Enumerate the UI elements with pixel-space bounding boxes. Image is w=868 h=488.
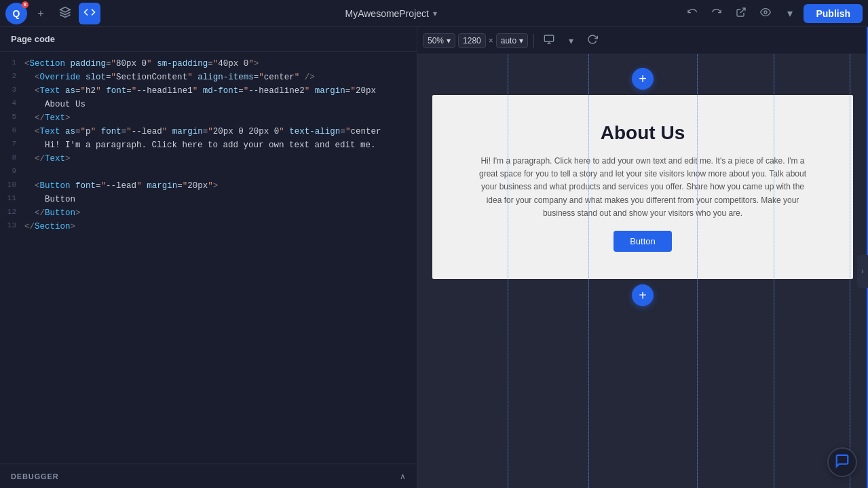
nav-right: ▾ Publish: [681, 3, 863, 24]
add-icon: +: [37, 7, 43, 20]
line-number: 13: [0, 220, 24, 232]
toolbar-divider: [533, 34, 534, 48]
layers-icon: [59, 6, 71, 21]
canvas-area: + About Us Hi! I'm a paragraph. Click he…: [417, 54, 868, 488]
code-icon: [83, 6, 96, 21]
code-line: 9: [0, 166, 417, 179]
svg-point-2: [764, 11, 767, 14]
line-number: 7: [0, 138, 24, 151]
code-editor[interactable]: 1<Section padding="80px 0" sm-padding="4…: [0, 52, 417, 464]
nav-center: MyAwesomeProject ▾: [103, 8, 679, 19]
height-select[interactable]: auto ▾: [496, 33, 528, 48]
line-content[interactable]: <Text as="p" font="--lead" margin="20px …: [24, 125, 381, 138]
device-chevron-button[interactable]: ▾: [561, 31, 580, 50]
svg-marker-0: [60, 7, 71, 12]
code-line: 12 </Button>: [0, 206, 417, 220]
more-dropdown-button[interactable]: ▾: [779, 3, 801, 24]
line-number: 1: [0, 57, 24, 69]
line-number: 5: [0, 111, 24, 124]
code-panel: Page code 1<Section padding="80px 0" sm-…: [0, 27, 417, 488]
code-panel-title: Page code: [11, 34, 55, 44]
code-line: 3 <Text as="h2" font="--headline1" md-fo…: [0, 84, 417, 98]
add-section-bottom-button[interactable]: +: [632, 284, 654, 306]
add-icon-top: +: [639, 72, 647, 86]
zoom-chevron: ▾: [447, 36, 451, 45]
logo-badge: 8: [22, 1, 29, 8]
code-button[interactable]: [79, 3, 100, 24]
debugger-label: DEBUGGER: [11, 472, 59, 481]
line-content[interactable]: About Us: [24, 98, 86, 111]
line-content[interactable]: </Button>: [24, 206, 81, 220]
desktop-icon: [544, 34, 554, 47]
dimensions-x: ×: [487, 36, 495, 45]
height-value: auto: [501, 36, 516, 45]
preview-button[interactable]: [755, 3, 776, 24]
code-line: 10 <Button font="--lead" margin="20px">: [0, 179, 417, 193]
chat-support-button[interactable]: [827, 447, 857, 477]
code-line: 8 </Text>: [0, 152, 417, 166]
width-select[interactable]: 1280: [458, 33, 486, 48]
zoom-group: 50% ▾: [423, 33, 455, 48]
device-chevron-icon: ▾: [569, 35, 573, 46]
publish-button[interactable]: Publish: [804, 4, 863, 23]
preview-button-element[interactable]: Button: [614, 231, 672, 252]
line-content[interactable]: Hi! I'm a paragraph. Click here to add y…: [24, 138, 376, 152]
line-content[interactable]: <Section padding="80px 0" sm-padding="40…: [24, 57, 259, 71]
app-logo[interactable]: Q 8: [5, 3, 27, 24]
device-select-button[interactable]: [540, 31, 559, 50]
panel-collapse-handle[interactable]: ›: [857, 255, 868, 288]
code-line: 6 <Text as="p" font="--lead" margin="20p…: [0, 125, 417, 138]
code-line: 11 Button: [0, 193, 417, 206]
project-chevron[interactable]: ▾: [433, 9, 437, 18]
code-line: 7 Hi! I'm a paragraph. Click here to add…: [0, 138, 417, 152]
redo-button[interactable]: [706, 3, 728, 24]
preview-body: Hi! I'm a paragraph. Click here to add y…: [473, 155, 812, 220]
line-content[interactable]: <Override slot="SectionContent" align-it…: [24, 71, 315, 84]
main-area: Page code 1<Section padding="80px 0" sm-…: [0, 27, 868, 488]
chat-icon: [835, 453, 850, 472]
add-section-top-button[interactable]: +: [632, 68, 654, 90]
collapse-chevron-icon: ›: [861, 267, 863, 275]
preview-panel: 50% ▾ 1280 × auto ▾: [417, 27, 868, 488]
line-content[interactable]: </Text>: [24, 111, 71, 125]
page-preview-card: About Us Hi! I'm a paragraph. Click here…: [432, 95, 853, 279]
refresh-icon: [587, 34, 598, 47]
line-content[interactable]: [24, 166, 30, 179]
add-button[interactable]: +: [30, 3, 52, 24]
layers-button[interactable]: [54, 3, 76, 24]
line-number: 12: [0, 206, 24, 219]
line-content[interactable]: Button: [24, 193, 75, 206]
code-line: 4 About Us: [0, 98, 417, 111]
line-number: 3: [0, 84, 24, 96]
external-link-button[interactable]: [730, 3, 752, 24]
line-content[interactable]: <Button font="--lead" margin="20px">: [24, 179, 218, 193]
refresh-button[interactable]: [583, 31, 602, 50]
line-number: 6: [0, 125, 24, 137]
dimensions-group: 1280 × auto ▾: [458, 33, 528, 48]
line-content[interactable]: <Text as="h2" font="--headline1" md-font…: [24, 84, 376, 98]
code-line: 2 <Override slot="SectionContent" align-…: [0, 71, 417, 84]
external-link-icon: [736, 7, 747, 20]
preview-title: About Us: [601, 122, 685, 144]
code-line: 1<Section padding="80px 0" sm-padding="4…: [0, 57, 417, 71]
width-value: 1280: [463, 36, 481, 45]
line-content[interactable]: </Text>: [24, 152, 71, 166]
line-number: 8: [0, 152, 24, 164]
svg-rect-3: [544, 35, 553, 41]
logo-letter: Q: [13, 8, 20, 19]
zoom-value: 50%: [428, 36, 444, 45]
debugger-collapse-icon[interactable]: ∧: [400, 472, 406, 481]
project-name: MyAwesomeProject: [345, 8, 428, 19]
zoom-select[interactable]: 50% ▾: [423, 33, 455, 48]
line-number: 10: [0, 179, 24, 191]
undo-button[interactable]: [681, 3, 703, 24]
code-panel-header: Page code: [0, 27, 417, 52]
preview-toolbar: 50% ▾ 1280 × auto ▾: [417, 27, 868, 54]
add-icon-bottom: +: [639, 288, 647, 302]
code-line: 13</Section>: [0, 220, 417, 233]
line-content[interactable]: </Section>: [24, 220, 75, 233]
undo-icon: [687, 7, 698, 20]
eye-icon: [760, 7, 771, 20]
top-navbar: Q 8 + MyAwesomeProject ▾: [0, 0, 868, 27]
line-number: 4: [0, 98, 24, 110]
